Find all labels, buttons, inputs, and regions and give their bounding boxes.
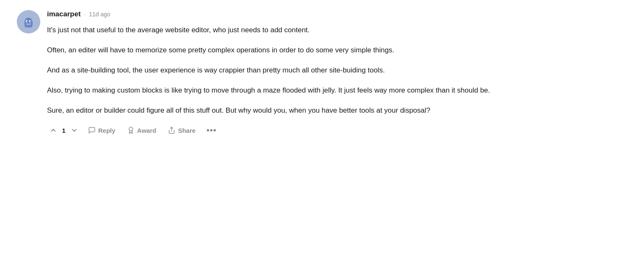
vote-container: 1 — [47, 125, 81, 136]
timestamp: 11d ago — [89, 11, 110, 18]
share-label: Share — [178, 127, 196, 134]
upvote-button[interactable] — [47, 125, 60, 136]
username: imacarpet — [47, 10, 81, 18]
award-button[interactable]: Award — [123, 124, 161, 137]
downvote-button[interactable] — [68, 125, 81, 136]
svg-point-5 — [30, 21, 31, 22]
paragraph-2: Often, an editer will have to memorize s… — [47, 44, 604, 56]
comment-text: It's just not that useful to the average… — [47, 24, 604, 116]
more-button[interactable]: ••• — [203, 124, 220, 136]
paragraph-3: And as a site-building tool, the user ex… — [47, 64, 604, 76]
reply-icon — [88, 126, 96, 134]
award-icon — [127, 126, 135, 134]
award-label: Award — [137, 127, 156, 134]
paragraph-1: It's just not that useful to the average… — [47, 24, 604, 36]
comment-header: imacarpet · 11d ago — [47, 10, 604, 18]
dot-separator: · — [84, 11, 86, 18]
more-label: ••• — [206, 126, 216, 135]
svg-point-4 — [27, 21, 28, 22]
comment-actions: 1 Reply — [47, 124, 604, 137]
share-button[interactable]: Share — [164, 124, 200, 137]
vote-count: 1 — [61, 127, 66, 134]
paragraph-5: Sure, an editor or builder could figure … — [47, 105, 604, 116]
comment-body: imacarpet · 11d ago It's just not that u… — [47, 10, 604, 137]
reply-label: Reply — [98, 127, 115, 134]
comment-container: imacarpet · 11d ago It's just not that u… — [17, 10, 604, 137]
reply-button[interactable]: Reply — [84, 124, 120, 137]
avatar — [17, 10, 40, 34]
share-icon — [168, 126, 175, 134]
paragraph-4: Also, trying to making custom blocks is … — [47, 85, 604, 96]
